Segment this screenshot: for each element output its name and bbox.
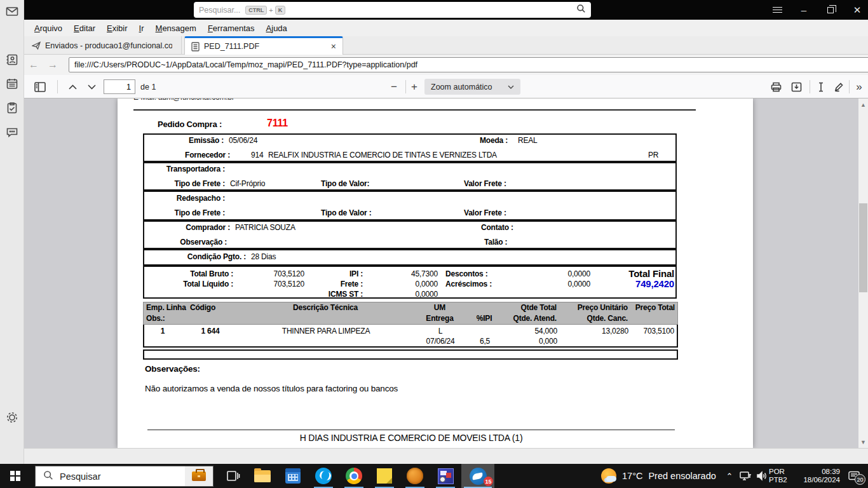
tab-mail-enviados[interactable]: Enviados - producao1@funcional.com. [25,36,182,55]
scroll-up-icon[interactable]: ▲ [858,100,868,109]
tipo-valor-label: Tipo de Valor: [321,179,369,188]
total-final-value: 749,2420 [590,279,675,289]
notification-center[interactable]: 20 [840,464,868,488]
items-table-row: 1 1 644 THINNER PARA LIMPEZA L 54,000 13… [143,325,678,348]
menu-exibir[interactable]: Exibir [102,22,133,35]
emissao-value: 05/06/24 [229,136,257,145]
taskbar-search[interactable]: Pesquisar [35,466,214,487]
emissao-label: Emissão : [144,136,224,145]
unread-badge: 15 [484,477,493,486]
header-emp-linha-codigo: Emp. Linha Código [144,302,239,313]
forward-button[interactable]: → [43,59,62,71]
moeda-value: REAL [518,136,538,145]
url-input[interactable] [69,57,868,72]
icms-st-value: 0,0000 [363,289,438,299]
skype-icon[interactable] [309,464,338,488]
item-entrega: 07/06/24 [412,336,468,346]
file-explorer-icon[interactable] [248,464,277,488]
weather-widget[interactable]: 17°C Pred ensolarado [596,464,723,488]
keyboard-layout: PTB2 [769,476,787,484]
fornecedor-uf: PR [648,151,658,159]
erp-app-icon[interactable] [431,464,460,488]
tab-close-icon[interactable]: × [331,41,336,51]
fornecedor-codigo: 914 [251,151,263,159]
chrome-icon[interactable] [339,464,369,488]
time: 08:39 [822,468,840,476]
print-button[interactable] [768,79,784,95]
search-icon[interactable] [576,4,586,16]
tasks-space-icon[interactable] [6,102,18,114]
vertical-scrollbar[interactable]: ▲ ▼ [858,98,868,448]
orange-app-icon[interactable] [400,464,430,488]
total-bruto-label: Total Bruto : [144,269,233,279]
transportadora-label: Transportadora : [144,165,225,173]
ipi-value: 45,7300 [363,269,438,279]
pedido-compra-label: Pedido Compra : [158,119,222,129]
menu-arquivo[interactable]: Arquivo [29,22,67,35]
next-page-button[interactable] [84,79,99,95]
calendar-app-icon[interactable] [278,464,308,488]
scroll-down-icon[interactable]: ▼ [858,437,868,447]
contato-label: Contato : [481,223,513,232]
global-search-input[interactable]: Pesquisar... CTRL + K [194,2,591,18]
item-preco-unitario: 13,0280 [560,326,631,336]
restore-button[interactable] [820,0,841,20]
zoom-out-button[interactable]: − [386,79,402,95]
tab-label: PED_7111.PDF [204,42,326,51]
page-number-input[interactable] [104,79,135,94]
language-indicator[interactable]: POR PTB2 [769,464,794,488]
total-bruto-value: 703,5120 [233,269,304,279]
menu-editar[interactable]: Editar [69,22,100,35]
mail-space-icon[interactable] [6,5,18,18]
pdf-sidebar-toggle[interactable] [32,79,48,95]
settings-gear-icon[interactable] [6,411,18,424]
app-menu-button[interactable] [766,0,788,20]
start-button[interactable] [0,464,31,488]
chat-space-icon[interactable] [6,126,18,139]
tab-bar: Enviados - producao1@funcional.com. PED_… [24,36,868,55]
network-icon[interactable] [737,464,754,488]
back-button[interactable]: ← [24,59,43,71]
search-highlight-button[interactable] [185,466,213,486]
date: 18/06/2024 [803,476,840,484]
tipo-frete-label: Tipo de Frete : [144,179,225,188]
toolbar-more-button[interactable]: » [851,79,867,95]
text-select-tool[interactable] [813,79,829,95]
observacao-label: Observação : [144,238,227,247]
tab-label: Enviados - producao1@funcional.com. [45,41,172,50]
menu-mensagem[interactable]: Mensagem [151,22,201,35]
fornecedor-label: Fornecedor : [144,151,230,159]
menu-ajuda[interactable]: Ajuda [261,22,292,35]
doc-box-cond-pgto: Condição Pgto. : 28 Dias [143,249,677,266]
plus-separator: + [269,6,273,14]
tab-pdf-active[interactable]: PED_7111.PDF × [184,36,343,55]
menu-ir[interactable]: Ir [134,22,149,35]
item-qtde-atend: 0,000 [501,336,560,346]
draw-tool[interactable] [831,79,846,95]
pdf-viewer: E-Mail: adm@funcional.com.br Pedido Comp… [24,98,858,448]
clock[interactable]: 08:39 18/06/2024 [796,464,840,488]
acrescimos-value: 0,0000 [522,279,590,289]
task-view-button[interactable] [219,464,248,488]
zoom-select[interactable]: Zoom automático [424,79,520,95]
thunderbird-icon[interactable]: 15 [461,464,494,488]
download-button[interactable] [788,79,804,95]
address-book-icon[interactable] [6,53,18,66]
item-um: L [412,326,468,336]
volume-icon[interactable] [754,464,770,488]
zoom-in-button[interactable]: + [407,79,422,95]
desktop: Pesquisar... CTRL + K – ✕ Arquivo Editar… [0,0,868,488]
descontos-value: 0,0000 [522,269,590,279]
close-button[interactable]: ✕ [846,0,868,20]
menu-ferramentas[interactable]: Ferramentas [203,22,260,35]
minimize-button[interactable]: – [793,0,815,20]
calendar-space-icon[interactable] [6,78,18,90]
header-ipi: %IPI [468,313,501,324]
sticky-notes-icon[interactable] [370,464,399,488]
cond-pgto-value: 28 Dias [251,252,276,261]
tray-expand-chevron[interactable]: ⌃ [722,464,737,488]
scrollbar-thumb[interactable] [859,203,867,292]
document-icon [191,42,200,51]
previous-page-button[interactable] [65,79,80,95]
tipo-valor2-label: Tipo de Valor : [321,208,371,217]
